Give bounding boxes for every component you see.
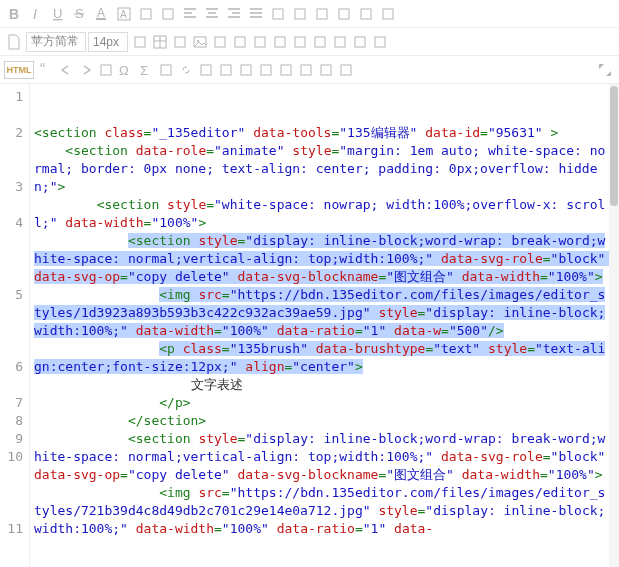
code-line[interactable]: <section style="display: inline-block;wo… — [34, 232, 613, 286]
redo-icon[interactable] — [76, 59, 96, 81]
italic-icon[interactable]: I — [26, 3, 46, 25]
code-token — [230, 467, 238, 482]
code-token: data- — [394, 521, 433, 536]
bold-icon[interactable]: B — [4, 3, 24, 25]
code-line[interactable]: <section style="display: inline-block;wo… — [34, 430, 613, 484]
code-token: "block" — [551, 449, 606, 464]
video-icon[interactable] — [210, 31, 230, 53]
clear-format-icon[interactable] — [158, 3, 178, 25]
expand-icon[interactable] — [595, 59, 615, 81]
code-token: = — [540, 467, 548, 482]
code-token — [386, 521, 394, 536]
svg-text:Σ: Σ — [140, 63, 148, 78]
code-token: = — [222, 287, 230, 302]
para-after-icon[interactable] — [356, 3, 376, 25]
code-token: "135编辑器" — [339, 125, 417, 140]
code-token: data-w — [394, 323, 441, 338]
copy-icon[interactable] — [276, 59, 296, 81]
code-token: style — [488, 341, 527, 356]
code-line[interactable]: <section class="_135editor" data-tools="… — [34, 124, 613, 142]
paste-word-icon[interactable] — [256, 59, 276, 81]
code-line[interactable]: <p class="135brush" data-brushtype="text… — [34, 340, 613, 376]
omega-icon[interactable]: Ω — [116, 59, 136, 81]
indent-left-icon[interactable] — [268, 3, 288, 25]
code-token: <section — [128, 431, 198, 446]
code-line[interactable]: </section> — [34, 412, 613, 430]
code-line[interactable]: <section style="white-space: nowrap; wid… — [34, 196, 613, 232]
align-justify-icon[interactable] — [246, 3, 266, 25]
code-line[interactable]: <section data-role="animate" style="marg… — [34, 142, 613, 196]
svg-text:A: A — [120, 9, 127, 20]
para-before-icon[interactable] — [334, 3, 354, 25]
code-token — [269, 323, 277, 338]
code-line[interactable]: <img src="https://bdn.135editor.com/file… — [34, 484, 613, 538]
code-token — [386, 323, 394, 338]
image-icon[interactable] — [190, 31, 210, 53]
table-icon[interactable] — [150, 31, 170, 53]
code-token: data-ratio — [277, 521, 355, 536]
expand-icon[interactable] — [370, 31, 390, 53]
svg-rect-17 — [135, 37, 145, 47]
font-family-select[interactable] — [26, 32, 86, 52]
html-source-button[interactable]: HTML — [4, 61, 34, 79]
svg-rect-12 — [295, 9, 305, 19]
undo-icon[interactable] — [56, 59, 76, 81]
code-token: data-svg-op — [34, 467, 120, 482]
vertical-scrollbar[interactable] — [609, 84, 619, 567]
quote-icon[interactable]: “ — [36, 59, 56, 81]
code-token: src — [198, 287, 221, 302]
sigma-icon[interactable]: Σ — [136, 59, 156, 81]
code-token: = — [543, 449, 551, 464]
format-brush-icon[interactable] — [136, 3, 156, 25]
film-icon[interactable] — [290, 31, 310, 53]
code-token: style — [167, 197, 206, 212]
line-height-icon[interactable] — [312, 3, 332, 25]
find-icon[interactable] — [96, 59, 116, 81]
code-token: src — [198, 485, 221, 500]
color-picker-icon[interactable] — [310, 31, 330, 53]
svg-text:B: B — [9, 6, 19, 22]
code-token: "500" — [449, 323, 488, 338]
select-all-icon[interactable] — [316, 59, 336, 81]
code-token: data-svg-blockname — [238, 269, 379, 284]
scrollbar-thumb[interactable] — [610, 86, 618, 206]
indent-right-icon[interactable] — [290, 3, 310, 25]
paste-icon[interactable] — [236, 59, 256, 81]
code-token: 文字表述 — [191, 377, 243, 392]
code-block-icon[interactable] — [170, 31, 190, 53]
code-token: <section — [128, 233, 198, 248]
align-left-icon[interactable] — [180, 3, 200, 25]
code-token: data-id — [425, 125, 480, 140]
align-center-icon[interactable] — [202, 3, 222, 25]
expand-icon[interactable] — [336, 59, 356, 81]
code-line[interactable]: 文字表述 — [34, 376, 613, 394]
font-size-select[interactable] — [88, 32, 128, 52]
media-icon[interactable] — [270, 31, 290, 53]
anchor-icon[interactable] — [216, 59, 236, 81]
line-number-gutter: 1234567891011 — [0, 84, 30, 567]
bg-color-icon[interactable]: A — [114, 3, 134, 25]
svg-rect-16 — [383, 9, 393, 19]
audio-icon[interactable] — [250, 31, 270, 53]
font-color-icon[interactable]: A — [92, 3, 112, 25]
divider-icon[interactable] — [230, 31, 250, 53]
font-case-icon[interactable] — [130, 31, 150, 53]
code-line[interactable]: <img src="https://bdn.135editor.com/file… — [34, 286, 613, 340]
strike-icon[interactable]: S — [70, 3, 90, 25]
code-area[interactable]: <section class="_135editor" data-tools="… — [30, 84, 619, 567]
code-token: "100%" — [548, 467, 595, 482]
code-token: data-tools — [253, 125, 331, 140]
new-doc-icon[interactable] — [4, 31, 24, 53]
hr-icon[interactable] — [156, 59, 176, 81]
link-icon[interactable] — [176, 59, 196, 81]
unlink-icon[interactable] — [196, 59, 216, 81]
emoji-icon[interactable] — [350, 31, 370, 53]
code-token: </p> — [159, 395, 190, 410]
eyedropper-icon[interactable] — [330, 31, 350, 53]
underline-icon[interactable]: U — [48, 3, 68, 25]
more-menu-icon[interactable] — [378, 3, 398, 25]
code-line[interactable]: </p> — [34, 394, 613, 412]
align-right-icon[interactable] — [224, 3, 244, 25]
code-token: style — [292, 143, 331, 158]
cut-icon[interactable] — [296, 59, 316, 81]
